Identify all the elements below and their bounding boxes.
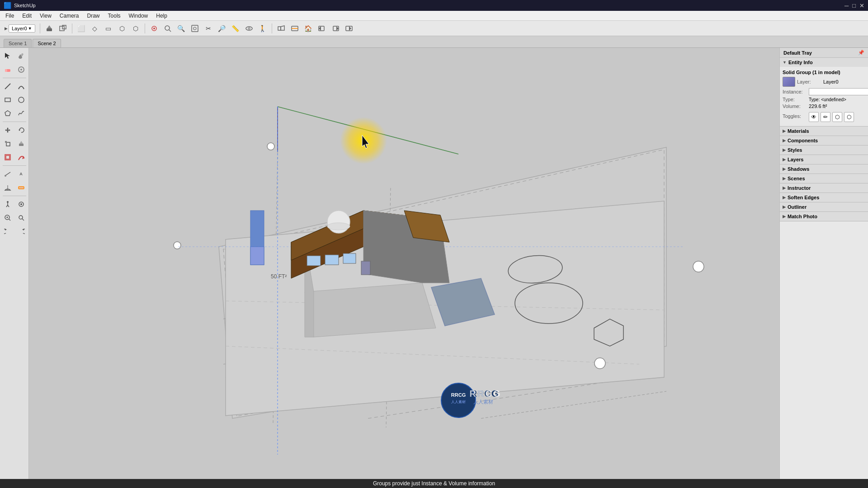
lt-polygon[interactable] bbox=[1, 107, 14, 120]
lt-section-plane[interactable] bbox=[15, 181, 28, 194]
lt-rotate[interactable] bbox=[15, 124, 28, 136]
section-arrow: ▶ bbox=[783, 176, 786, 181]
toolbar-measure[interactable]: 📏 bbox=[229, 22, 242, 35]
menu-tools[interactable]: Tools bbox=[104, 12, 124, 20]
lt-undo[interactable] bbox=[1, 225, 14, 238]
right-panel: Default Tray 📌 ▼ Entity Info Solid Group… bbox=[779, 48, 868, 479]
svg-line-7 bbox=[169, 30, 171, 32]
lt-tape-measure[interactable] bbox=[1, 168, 14, 180]
toggle-cast-shadow[interactable]: ⬡ bbox=[832, 112, 842, 122]
lt-followme[interactable] bbox=[15, 151, 28, 164]
svg-point-10 bbox=[246, 27, 252, 30]
lt-zoom-window[interactable] bbox=[1, 211, 14, 224]
toolbar-walk[interactable]: 🚶 bbox=[256, 22, 269, 35]
lt-row-13 bbox=[1, 225, 28, 238]
section-header-outliner[interactable]: ▶ Outliner bbox=[780, 202, 868, 211]
lt-look-around[interactable] bbox=[15, 198, 28, 211]
scene-tab-2[interactable]: Scene 2 bbox=[33, 39, 61, 47]
toolbar-select[interactable]: ⬜ bbox=[75, 22, 88, 35]
entity-info-header[interactable]: ▼ Entity Info bbox=[780, 58, 868, 67]
scene-tab-1[interactable]: Scene 1 bbox=[4, 39, 32, 47]
layer-selector[interactable]: Layer0 ▼ bbox=[9, 24, 35, 33]
lt-protractor[interactable] bbox=[1, 181, 14, 194]
svg-rect-0 bbox=[47, 28, 52, 31]
section-header-styles[interactable]: ▶ Styles bbox=[780, 145, 868, 155]
toggle-receive-shadow[interactable]: ⬡ bbox=[844, 112, 854, 122]
menu-help[interactable]: Help bbox=[152, 12, 171, 20]
toolbar-diamond[interactable]: ◇ bbox=[89, 22, 101, 35]
section-header-soften-edges[interactable]: ▶ Soften Edges bbox=[780, 193, 868, 202]
toolbar-scissors[interactable]: ✂ bbox=[202, 22, 215, 35]
toolbar-home[interactable]: 🏠 bbox=[302, 22, 315, 35]
close-button[interactable]: ✕ bbox=[859, 2, 864, 9]
section-header-shadows[interactable]: ▶ Shadows bbox=[780, 164, 868, 174]
toolbar-hex2[interactable]: ⬡ bbox=[129, 22, 142, 35]
menu-edit[interactable]: Edit bbox=[19, 12, 35, 20]
lt-freehand[interactable] bbox=[15, 107, 28, 120]
section-header-match-photo[interactable]: ▶ Match Photo bbox=[780, 212, 868, 221]
toolbar-zoom[interactable]: 🔍 bbox=[175, 22, 188, 35]
menu-file[interactable]: File bbox=[2, 12, 18, 20]
panel-pin-icon[interactable]: 📌 bbox=[858, 50, 864, 56]
toolbar-window-zoom[interactable] bbox=[189, 22, 201, 35]
section-header-layers[interactable]: ▶ Layers bbox=[780, 155, 868, 164]
status-message: Groups provide just Instance & Volume in… bbox=[373, 480, 495, 487]
minimize-button[interactable]: ─ bbox=[844, 2, 849, 9]
toolbar-section[interactable] bbox=[288, 22, 301, 35]
svg-point-45 bbox=[7, 201, 9, 203]
toolbar-zoom-extents[interactable] bbox=[161, 22, 174, 35]
lt-dimensions[interactable]: A bbox=[15, 168, 28, 180]
ei-instance-row: Instance: bbox=[783, 88, 865, 95]
lt-offset[interactable] bbox=[1, 151, 14, 164]
svg-rect-8 bbox=[192, 25, 198, 32]
toggle-lock[interactable]: ✏ bbox=[821, 112, 830, 122]
toolbar-large-toolset[interactable] bbox=[343, 22, 355, 35]
section-label: Shadows bbox=[788, 166, 809, 172]
lt-row-7 bbox=[1, 137, 28, 150]
lt-walk[interactable] bbox=[1, 198, 14, 211]
panel-section-scenes: ▶ Scenes bbox=[780, 174, 868, 183]
lt-move[interactable] bbox=[1, 124, 14, 136]
section-header-instructor[interactable]: ▶ Instructor bbox=[780, 183, 868, 192]
toolbar-orbit[interactable] bbox=[243, 22, 255, 35]
toolbar-next-view[interactable] bbox=[329, 22, 342, 35]
lt-line[interactable] bbox=[1, 80, 14, 93]
section-header-materials[interactable]: ▶ Materials bbox=[780, 127, 868, 136]
lt-scale[interactable] bbox=[1, 137, 14, 150]
section-header-scenes[interactable]: ▶ Scenes bbox=[780, 174, 868, 183]
lt-rect[interactable] bbox=[1, 94, 14, 106]
lt-pushpull[interactable] bbox=[15, 137, 28, 150]
toggle-visibility[interactable]: 👁 bbox=[809, 112, 819, 122]
menu-view[interactable]: View bbox=[36, 12, 55, 20]
toolbar-camera-pos[interactable] bbox=[148, 22, 160, 35]
section-arrow: ▶ bbox=[783, 205, 786, 209]
svg-point-9 bbox=[193, 27, 196, 30]
toolbar-push-pull[interactable] bbox=[43, 22, 56, 35]
lt-select[interactable] bbox=[1, 50, 14, 62]
section-label: Instructor bbox=[788, 185, 811, 191]
entity-group-label: Solid Group (1 in model) bbox=[783, 70, 865, 75]
lt-paint[interactable] bbox=[15, 50, 28, 62]
svg-marker-21 bbox=[349, 26, 351, 31]
lt-redo[interactable] bbox=[15, 225, 28, 238]
section-label: Match Photo bbox=[788, 214, 817, 219]
toolbar-rect[interactable]: ▭ bbox=[102, 22, 115, 35]
toolbar-hex[interactable]: ⬡ bbox=[116, 22, 128, 35]
toolbar-cube-front[interactable] bbox=[57, 22, 69, 35]
toolbar-previous-view[interactable] bbox=[316, 22, 328, 35]
lt-tape[interactable] bbox=[15, 63, 28, 76]
ei-instance-input[interactable] bbox=[809, 88, 868, 95]
restore-button[interactable]: □ bbox=[852, 2, 856, 9]
menu-window[interactable]: Window bbox=[125, 12, 152, 20]
menu-draw[interactable]: Draw bbox=[84, 12, 104, 20]
lt-eraser[interactable] bbox=[1, 63, 14, 76]
lt-zoom-extents[interactable] bbox=[15, 211, 28, 224]
viewport[interactable]: 50 FT² bbox=[29, 48, 779, 479]
menu-camera[interactable]: Camera bbox=[56, 12, 83, 20]
toolbar-standard-view[interactable] bbox=[275, 22, 288, 35]
lt-arc[interactable] bbox=[15, 80, 28, 93]
lt-circle[interactable] bbox=[15, 94, 28, 106]
toolbar-zoom-fit[interactable]: 🔎 bbox=[216, 22, 228, 35]
section-header-components[interactable]: ▶ Components bbox=[780, 136, 868, 145]
ei-volume-row: Volume: 229.6 ft² bbox=[783, 103, 865, 109]
